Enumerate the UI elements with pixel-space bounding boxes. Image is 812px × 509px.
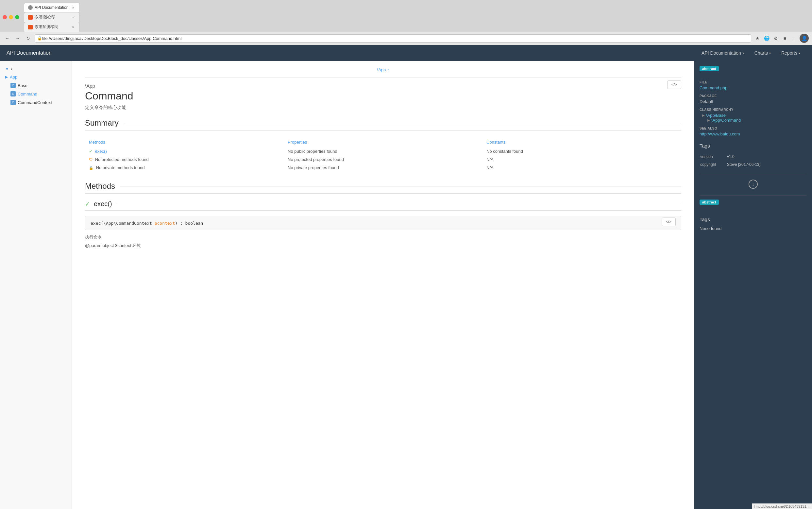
sidebar-app-label: App <box>10 75 17 79</box>
abstract-badge2: abstract <box>700 200 719 205</box>
file-link[interactable]: Command.php <box>700 86 727 90</box>
chevron-down-icon: ▼ <box>5 67 9 71</box>
browser-chrome: API Documentation×东湖·随心移×东湖加澳移民× ← → ↻ 🔒… <box>0 0 812 45</box>
close-button[interactable] <box>3 15 7 19</box>
hierarchy-arrow: ▶ <box>707 118 710 122</box>
table-row: 🛡 No protected methods found No protecte… <box>85 156 681 164</box>
tab-favicon <box>28 25 33 29</box>
reload-button[interactable]: ↻ <box>24 34 32 42</box>
constant-cell-3: N/A <box>482 164 681 172</box>
class-desc: 定义命令的核心功能 <box>85 105 681 110</box>
menu-icon[interactable]: ⋮ <box>790 35 798 42</box>
signature-plain: exec(\App\CommandContext $context) : boo… <box>90 221 203 226</box>
nav-item-charts[interactable]: Charts ▾ <box>749 45 776 61</box>
method-header: ✓ exec() <box>85 200 681 211</box>
sidebar-root[interactable]: ▼ \ <box>0 65 72 73</box>
extension-icon[interactable]: ■ <box>781 35 788 42</box>
back-button[interactable]: ← <box>3 34 11 42</box>
tags-title2: Tags <box>700 216 807 222</box>
tab-label: 东湖·随心移 <box>35 14 68 20</box>
sidebar-item-label: Command <box>17 92 37 97</box>
property-cell-3: No private properties found <box>284 164 482 172</box>
summary-section: Summary Methods Properties Constants ✓ e… <box>85 118 681 172</box>
class-hierarchy: ▶ \App\Base▶ \App\Command <box>700 113 807 123</box>
lock-icon-small: 🔒 <box>89 166 94 170</box>
tag-value: Steve [2017-06-13] <box>727 161 806 168</box>
toolbar-right: ★ 🌐 ⚙ ■ ⋮ 👤 <box>754 34 809 43</box>
hierarchy-label: CLASS HIERARCHY <box>700 108 807 111</box>
browser-tab-donghucai[interactable]: 东湖·随心移× <box>24 12 80 22</box>
sidebar-item-command[interactable]: CCommand <box>0 90 72 98</box>
class-header: </> \App Command 定义命令的核心功能 <box>85 83 681 110</box>
hierarchy-link[interactable]: \App\Base <box>706 113 726 118</box>
settings-icon[interactable]: ⚙ <box>772 35 779 42</box>
chevron-right-icon: ▶ <box>5 75 8 79</box>
divider <box>700 173 807 173</box>
constant-cell-2: N/A <box>482 156 681 164</box>
method-desc: 执行命令 <box>85 234 681 240</box>
meta-file: FILE Command.php <box>700 80 807 90</box>
summary-title: Summary <box>85 118 681 131</box>
minimize-button[interactable] <box>9 15 13 19</box>
breadcrumb: \App ↑ <box>85 67 681 78</box>
breadcrumb-link[interactable]: \App ↑ <box>377 67 389 72</box>
right-panel: abstract FILE Command.php PACKAGE Defaul… <box>694 61 812 509</box>
exec-link[interactable]: exec() <box>95 149 107 154</box>
tab-bar: API Documentation×东湖·随心移×东湖加澳移民× <box>0 0 812 32</box>
meta-see-also: SEE ALSO http://www.baidu.com <box>700 127 807 136</box>
bookmark-icon[interactable]: ★ <box>754 35 761 42</box>
private-methods-text: No private methods found <box>96 165 145 170</box>
browser-tab-donghu-aus[interactable]: 东湖加澳移民× <box>24 22 80 32</box>
profile-icon[interactable]: 👤 <box>800 34 809 43</box>
source-button[interactable]: </> <box>667 80 681 89</box>
app-title: API Documentation <box>6 50 52 56</box>
code-signature: exec(\App\CommandContext $context) : boo… <box>85 216 681 230</box>
meta-package: PACKAGE Default <box>700 94 807 104</box>
tab-close-button[interactable]: × <box>70 5 75 10</box>
tab-close-button[interactable]: × <box>70 25 75 30</box>
summary-table: Methods Properties Constants ✓ exec() No… <box>85 137 681 172</box>
globe-icon[interactable]: 🌐 <box>763 35 770 42</box>
sidebar-item-commandcontext[interactable]: CCommandContext <box>0 98 72 107</box>
tab-label: 东湖加澳移民 <box>35 24 68 30</box>
protected-methods-text: No protected methods found <box>95 157 149 162</box>
tags-section2: Tags None found <box>700 216 807 231</box>
forward-button[interactable]: → <box>14 34 22 42</box>
method-cell-2: 🛡 No protected methods found <box>85 156 284 164</box>
see-also-link[interactable]: http://www.baidu.com <box>700 132 740 136</box>
scroll-down-button[interactable]: ↓ <box>700 179 807 189</box>
tag-value: v1.0 <box>727 153 806 160</box>
address-wrapper: 🔒 <box>35 34 751 42</box>
maximize-button[interactable] <box>15 15 19 19</box>
hierarchy-item: ▶ \App\Base <box>702 113 807 118</box>
sidebar-item-app[interactable]: ▶ App <box>0 73 72 81</box>
tab-close-button[interactable]: × <box>70 15 75 20</box>
tab-label: API Documentation <box>35 5 68 10</box>
tab-favicon <box>28 15 33 20</box>
browser-tab-api-doc[interactable]: API Documentation× <box>24 3 80 12</box>
table-row: 🔒 No private methods found No private pr… <box>85 164 681 172</box>
property-cell-1: No public properties found <box>284 147 482 156</box>
hierarchy-link[interactable]: \App\Command <box>711 118 741 123</box>
sidebar-items: CBaseCCommandCCommandContext <box>0 81 72 107</box>
address-input[interactable] <box>35 34 751 42</box>
sidebar-item-label: CommandContext <box>17 100 52 105</box>
address-bar-row: ← → ↻ 🔒 ★ 🌐 ⚙ ■ ⋮ 👤 <box>0 32 812 45</box>
tags-table: versionv1.0copyrightSteve [2017-06-13] <box>700 152 807 169</box>
properties-header: Properties <box>284 137 482 147</box>
nav-item-api-documentation[interactable]: API Documentation ▾ <box>696 45 749 61</box>
class-icon: C <box>10 91 16 97</box>
signature-param: $context <box>155 221 175 226</box>
none-found: None found <box>700 226 722 231</box>
method-source-button[interactable]: </> <box>662 217 676 226</box>
signature-text: exec(\App\CommandContext <box>90 221 155 226</box>
main-layout: ▼ \ ▶ App CBaseCCommandCCommandContext \… <box>0 61 812 509</box>
see-also-label: SEE ALSO <box>700 127 807 130</box>
sidebar-item-base[interactable]: CBase <box>0 81 72 90</box>
nav-item-reports[interactable]: Reports ▾ <box>776 45 806 61</box>
hierarchy-item: ▶ \App\Command <box>707 118 807 123</box>
app-header: API Documentation API Documentation ▾Cha… <box>0 45 812 61</box>
tags-title: Tags <box>700 143 807 148</box>
file-label: FILE <box>700 80 807 84</box>
divider2 <box>700 195 807 196</box>
